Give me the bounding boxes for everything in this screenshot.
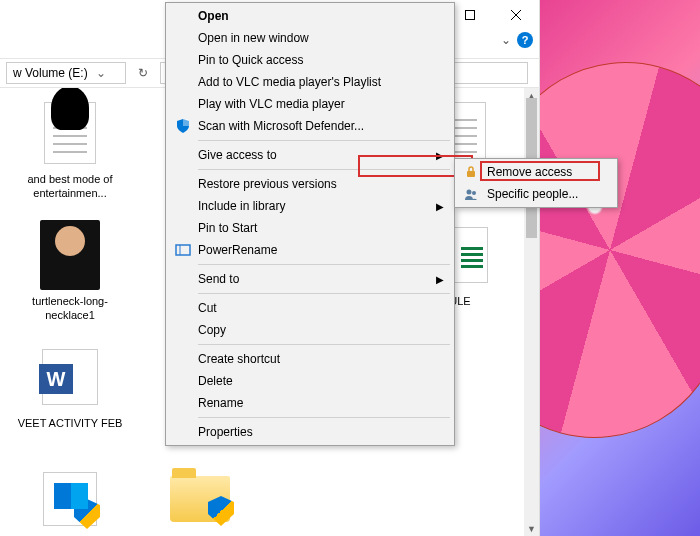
menu-properties[interactable]: Properties <box>168 421 452 443</box>
scrollbar-down-icon[interactable]: ▼ <box>524 521 539 536</box>
help-icon[interactable]: ? <box>517 32 533 48</box>
menu-send-to[interactable]: Send to ▶ <box>168 268 452 290</box>
menu-scan-defender[interactable]: Scan with Microsoft Defender... <box>168 115 452 137</box>
menu-powerrename[interactable]: PowerRename <box>168 239 452 261</box>
menu-separator <box>198 140 450 141</box>
file-label: VEET ACTIVITY FEB <box>18 416 123 430</box>
menu-open[interactable]: Open <box>168 5 452 27</box>
menu-delete[interactable]: Delete <box>168 370 452 392</box>
address-path: w Volume (E:) <box>13 66 88 80</box>
file-item-installer[interactable]: wlsetup-all <box>10 460 130 536</box>
defender-shield-icon <box>174 117 192 135</box>
window-controls <box>447 0 539 30</box>
menu-give-access-to[interactable]: Give access to ▶ <box>168 144 452 166</box>
file-item-photo[interactable]: turtleneck-long-necklace1 <box>10 216 130 336</box>
address-bar[interactable]: w Volume (E:) ⌄ <box>6 62 126 84</box>
menu-separator <box>198 293 450 294</box>
menu-copy[interactable]: Copy <box>168 319 452 341</box>
file-item-word[interactable]: W VEET ACTIVITY FEB <box>10 338 130 458</box>
menu-restore-previous[interactable]: Restore previous versions <box>168 173 452 195</box>
file-label: turtleneck-long-necklace1 <box>15 294 125 323</box>
close-button[interactable] <box>493 0 539 30</box>
submenu-arrow-icon: ▶ <box>436 274 444 285</box>
svg-point-8 <box>472 191 476 195</box>
menu-separator <box>198 264 450 265</box>
menu-separator <box>198 344 450 345</box>
submenu-arrow-icon: ▶ <box>436 201 444 212</box>
menu-pin-to-start[interactable]: Pin to Start <box>168 217 452 239</box>
svg-rect-6 <box>467 171 475 177</box>
svg-rect-3 <box>183 119 189 126</box>
svg-rect-0 <box>466 11 475 20</box>
people-icon <box>463 186 479 202</box>
menu-rename[interactable]: Rename <box>168 392 452 414</box>
menu-play-vlc[interactable]: Play with VLC media player <box>168 93 452 115</box>
menu-add-vlc[interactable]: Add to VLC media player's Playlist <box>168 71 452 93</box>
vertical-scrollbar[interactable]: ▲ ▼ <box>524 88 539 536</box>
menu-separator <box>198 417 450 418</box>
submenu-arrow-icon: ▶ <box>436 150 444 161</box>
submenu-specific-people[interactable]: Specific people... <box>457 183 615 205</box>
menu-separator <box>198 169 450 170</box>
svg-rect-4 <box>176 245 190 255</box>
ribbon-right: ⌄ ? <box>501 32 533 48</box>
ribbon-expand-icon[interactable]: ⌄ <box>501 33 511 47</box>
powerrename-icon <box>174 241 192 259</box>
file-item-folder-sharetest[interactable]: sharetest <box>140 460 260 536</box>
address-dropdown-icon[interactable]: ⌄ <box>92 66 106 80</box>
menu-pin-quick-access[interactable]: Pin to Quick access <box>168 49 452 71</box>
file-label: and best mode of entertainmen... <box>15 172 125 201</box>
menu-create-shortcut[interactable]: Create shortcut <box>168 348 452 370</box>
svg-point-7 <box>467 190 472 195</box>
give-access-submenu: Remove access Specific people... <box>454 158 618 208</box>
menu-cut[interactable]: Cut <box>168 297 452 319</box>
context-menu: Open Open in new window Pin to Quick acc… <box>165 2 455 446</box>
menu-include-in-library[interactable]: Include in library ▶ <box>168 195 452 217</box>
menu-open-new-window[interactable]: Open in new window <box>168 27 452 49</box>
submenu-remove-access[interactable]: Remove access <box>457 161 615 183</box>
lock-icon <box>463 164 479 180</box>
refresh-button[interactable]: ↻ <box>134 66 152 80</box>
desktop-wallpaper <box>540 0 700 536</box>
